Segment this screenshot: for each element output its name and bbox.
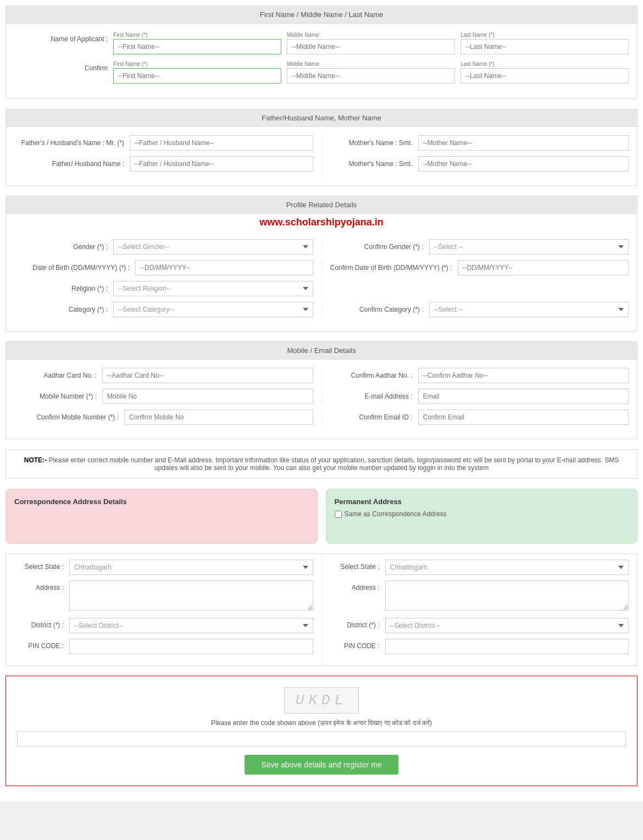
- submit-label: Save above details and register me: [261, 760, 381, 769]
- confirm-gender-label: Confirm Gender (*) :: [330, 243, 429, 251]
- correspondence-address-card: Correspondence Address Details: [5, 489, 318, 544]
- perm-district-label: District (*) :: [330, 618, 385, 629]
- perm-pincode-input[interactable]: [385, 639, 629, 654]
- dob-left: Date of Birth (DD/MM/YYYY) (*) :: [14, 260, 322, 275]
- father-confirm-row: Father/ Husband Name :: [14, 156, 313, 172]
- address-fields-section: Select State : Chhattisgarh Delhi Mahara…: [5, 554, 638, 666]
- mobile-email-section: Mobile / Email Details Aadhar Card No. :…: [5, 341, 638, 439]
- aadhar-row: Aadhar Card No. : Confirm Aadhar No. :: [14, 368, 629, 383]
- permanent-address-card: Permanent Address Same as Correspondence…: [326, 489, 638, 544]
- profile-section-header: Profile Related Details: [6, 196, 637, 214]
- corr-state-select[interactable]: Chhattisgarh Delhi Maharashtra Uttar Pra…: [69, 560, 313, 575]
- perm-district-select[interactable]: --Select District--: [385, 618, 629, 633]
- religion-left: Religion (*) : --Select Religion-- Hindu…: [14, 281, 322, 296]
- parents-section-header: Father/Husband Name, Mother Name: [6, 109, 637, 127]
- confirm-label: Confirm: [14, 61, 113, 72]
- applicant-name-fields: First Name (*) Middle Name Last Name (*): [113, 32, 629, 54]
- mobile-left: Mobile Number (*) :: [14, 389, 322, 404]
- applicant-middle-name-input[interactable]: [287, 39, 455, 54]
- mother-name-input[interactable]: [418, 135, 629, 151]
- same-as-label: Same as Correspondence Address: [345, 510, 447, 518]
- email-input[interactable]: [418, 389, 629, 404]
- religion-select[interactable]: --Select Religion-- Hindu Muslim Christi…: [113, 281, 313, 296]
- confirm-gender-select[interactable]: --Select -- Male Female Other: [429, 239, 629, 255]
- applicant-last-name-input[interactable]: [461, 39, 629, 54]
- confirm-mobile-field: [124, 410, 313, 425]
- note-box: NOTE:- Please enter correct mobile numbe…: [5, 449, 638, 479]
- same-as-checkbox[interactable]: [335, 511, 342, 518]
- gender-select[interactable]: --Select Gender-- Male Female Other: [113, 239, 313, 255]
- confirm-first-name-input[interactable]: [113, 68, 281, 84]
- captcha-hint: Please enter the code shown above (ऊपर इ…: [17, 719, 626, 727]
- note-text: Please enter correct mobile number and E…: [48, 456, 619, 472]
- confirm-aadhar-input[interactable]: [418, 368, 629, 383]
- mobile-email-header: Mobile / Email Details: [6, 342, 637, 360]
- confirm-dob-field: [458, 260, 629, 275]
- submit-button[interactable]: Save above details and register me: [245, 755, 398, 775]
- applicant-first-name-input[interactable]: [113, 39, 281, 54]
- confirm-middle-name-group: Middle Name: [287, 61, 455, 84]
- confirm-last-name-input[interactable]: [461, 68, 629, 84]
- page-wrapper: First Name / Middle Name / Last Name Nam…: [0, 0, 643, 802]
- confirm-email-input[interactable]: [418, 410, 629, 425]
- first-name-group: First Name (*): [113, 32, 281, 54]
- captcha-input[interactable]: [17, 731, 626, 747]
- perm-address-input[interactable]: [385, 581, 629, 611]
- mobile-input[interactable]: [102, 389, 313, 404]
- email-label: E-mail Address :: [330, 393, 418, 400]
- confirm-gender-field: --Select -- Male Female Other: [429, 239, 629, 255]
- confirm-first-name-group: First Name (*): [113, 61, 281, 84]
- confirm-dob-input[interactable]: [458, 260, 629, 275]
- mother-confirm-label: Mother's Name : Smt.: [330, 160, 418, 168]
- perm-address-field: [385, 581, 629, 612]
- mother-confirm-row: Mother's Name : Smt.: [330, 156, 629, 172]
- perm-pincode-label: PIN CODE :: [330, 639, 385, 650]
- corr-pincode-row: PIN CODE :: [14, 639, 313, 654]
- perm-pincode-field: [385, 639, 629, 654]
- captcha-image: UKDL: [284, 687, 359, 714]
- father-name-input[interactable]: [130, 135, 313, 151]
- mobile-field: [102, 389, 313, 404]
- confirm-first-name-label: First Name (*): [113, 61, 281, 67]
- religion-label: Religion (*) :: [14, 285, 113, 292]
- father-confirm-input[interactable]: [130, 156, 313, 172]
- aadhar-input[interactable]: [102, 368, 313, 383]
- confirm-email-right: Confirm Email ID :: [322, 410, 629, 425]
- category-left: Category (*) : --Select Category-- Gener…: [14, 302, 322, 317]
- corr-address-input[interactable]: [69, 581, 313, 611]
- watermark-section: www.scholarshipyojana.in: [6, 214, 637, 231]
- confirm-category-label: Confirm Category (*) :: [330, 306, 429, 313]
- first-name-label: First Name (*): [113, 32, 281, 38]
- confirm-dob-right: Confirm Date of Birth (DD/MM/YYYY) (*) :: [322, 260, 629, 275]
- confirm-dob-label: Confirm Date of Birth (DD/MM/YYYY) (*) :: [330, 264, 458, 272]
- father-name-row: Father's / Husband's Name : Mr. (*): [14, 135, 313, 151]
- gender-row: Gender (*) : --Select Gender-- Male Fema…: [14, 239, 629, 255]
- corr-state-field: Chhattisgarh Delhi Maharashtra Uttar Pra…: [69, 560, 313, 575]
- confirm-category-select[interactable]: --Select -- General OBC SC ST: [429, 302, 629, 317]
- dob-input[interactable]: [135, 260, 313, 275]
- mother-name-row: Mother's Name : Smt.: [330, 135, 629, 151]
- aadhar-field: [102, 368, 313, 383]
- parents-section: Father/Husband Name, Mother Name Father'…: [5, 109, 638, 186]
- corr-pincode-input[interactable]: [69, 639, 313, 654]
- corr-district-select[interactable]: --Select District--: [69, 618, 313, 633]
- name-section-body: Name of Applicant : First Name (*) Middl…: [6, 24, 637, 98]
- category-row: Category (*) : --Select Category-- Gener…: [14, 302, 629, 317]
- perm-state-select[interactable]: Chhattisgarh Delhi Maharashtra Uttar Pra…: [385, 560, 629, 575]
- profile-section-body: Gender (*) : --Select Gender-- Male Fema…: [6, 231, 637, 331]
- correspondence-fields: Select State : Chhattisgarh Delhi Mahara…: [6, 554, 322, 665]
- parents-section-body: Father's / Husband's Name : Mr. (*) Fath…: [6, 127, 637, 185]
- parents-section-title: Father/Husband Name, Mother Name: [262, 114, 381, 122]
- mobile-label: Mobile Number (*) :: [14, 393, 102, 400]
- confirm-mobile-input[interactable]: [124, 410, 313, 425]
- corr-district-label: District (*) :: [14, 618, 69, 629]
- last-name-label: Last Name (*): [461, 32, 629, 38]
- category-select[interactable]: --Select Category-- General OBC SC ST: [113, 302, 313, 317]
- confirm-email-field: [418, 410, 629, 425]
- father-name-field: [130, 135, 313, 151]
- mother-confirm-input[interactable]: [418, 156, 629, 172]
- confirm-mobile-left: Confirm Mobile Number (*) :: [14, 410, 322, 425]
- corr-state-label: Select State :: [14, 560, 69, 571]
- confirm-middle-name-input[interactable]: [287, 68, 455, 84]
- name-section-title: First Name / Middle Name / Last Name: [260, 10, 384, 19]
